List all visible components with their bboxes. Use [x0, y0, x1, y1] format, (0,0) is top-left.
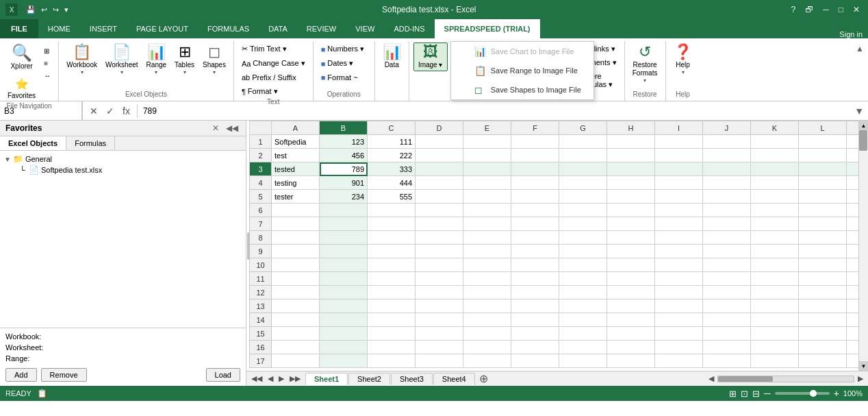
cell-K17[interactable] [751, 354, 799, 368]
nav-small-btn3[interactable]: ↔ [40, 70, 54, 82]
cell-J11[interactable] [703, 272, 751, 286]
h-scrollbar-track[interactable] [717, 376, 854, 382]
formula-input[interactable] [138, 106, 850, 116]
cell-B5[interactable]: 234 [320, 190, 368, 204]
cell-I17[interactable] [655, 354, 703, 368]
cell-B17[interactable] [320, 354, 368, 368]
cell-G14[interactable] [559, 313, 607, 327]
col-header-k[interactable]: K [751, 121, 799, 135]
sheet-tab-sheet2[interactable]: Sheet2 [348, 373, 390, 384]
cancel-formula-btn[interactable]: ✕ [87, 104, 101, 118]
tab-review[interactable]: REVIEW [297, 19, 346, 38]
format-ops-button[interactable]: ■ Format ~ [318, 71, 361, 84]
cell-F3[interactable] [511, 162, 559, 176]
workbook-button[interactable]: 📋 Workbook ▾ [63, 42, 101, 77]
cell-B8[interactable] [320, 231, 368, 245]
collapse-ribbon-btn[interactable]: ▲ [852, 41, 868, 56]
cell-K5[interactable] [751, 190, 799, 204]
cell-B7[interactable] [320, 217, 368, 231]
cell-G1[interactable] [559, 135, 607, 149]
cell-C4[interactable]: 444 [368, 176, 416, 190]
cell-G6[interactable] [559, 204, 607, 217]
cell-A5[interactable]: tester [272, 190, 320, 204]
cell-D15[interactable] [416, 327, 463, 341]
cell-E1[interactable] [463, 135, 511, 149]
cell-G2[interactable] [559, 149, 607, 162]
cell-D4[interactable] [416, 176, 463, 190]
cell-H5[interactable] [607, 190, 655, 204]
cell-L16[interactable] [799, 341, 847, 354]
cell-E13[interactable] [463, 299, 511, 313]
cell-C16[interactable] [368, 341, 416, 354]
cell-J3[interactable] [703, 162, 751, 176]
cell-I5[interactable] [655, 190, 703, 204]
col-header-h[interactable]: H [607, 121, 655, 135]
cell-G13[interactable] [559, 299, 607, 313]
cell-A11[interactable] [272, 272, 320, 286]
cell-A9[interactable] [272, 245, 320, 258]
cell-I9[interactable] [655, 245, 703, 258]
shapes-button[interactable]: ◻ Shapes ▾ [199, 42, 229, 77]
cell-C3[interactable]: 333 [368, 162, 416, 176]
cell-C5[interactable]: 555 [368, 190, 416, 204]
cell-J6[interactable] [703, 204, 751, 217]
cell-J10[interactable] [703, 258, 751, 272]
cell-F4[interactable] [511, 176, 559, 190]
cell-J2[interactable] [703, 149, 751, 162]
zoom-minus-btn[interactable]: ─ [764, 388, 771, 399]
maximize-btn[interactable]: □ [836, 5, 846, 14]
image-button[interactable]: 🖼 Image ▾ [413, 42, 448, 71]
row-header-7[interactable]: 7 [250, 217, 272, 231]
cell-I15[interactable] [655, 327, 703, 341]
cell-L4[interactable] [799, 176, 847, 190]
cell-J12[interactable] [703, 286, 751, 299]
cell-I12[interactable] [655, 286, 703, 299]
cell-C10[interactable] [368, 258, 416, 272]
cell-A2[interactable]: test [272, 149, 320, 162]
cell-H13[interactable] [607, 299, 655, 313]
cell-C11[interactable] [368, 272, 416, 286]
cell-J8[interactable] [703, 231, 751, 245]
cell-L2[interactable] [799, 149, 847, 162]
cell-A6[interactable] [272, 204, 320, 217]
cell-D16[interactable] [416, 341, 463, 354]
cell-F15[interactable] [511, 327, 559, 341]
sheet-tab-sheet3[interactable]: Sheet3 [391, 373, 433, 384]
tab-view[interactable]: VIEW [346, 19, 384, 38]
cell-F10[interactable] [511, 258, 559, 272]
tree-item-general[interactable]: ▼ 📁 General [3, 154, 243, 164]
cell-E12[interactable] [463, 286, 511, 299]
cell-E2[interactable] [463, 149, 511, 162]
cell-B6[interactable] [320, 204, 368, 217]
cell-F13[interactable] [511, 299, 559, 313]
minimize-btn[interactable]: ─ [820, 5, 832, 14]
cell-L11[interactable] [799, 272, 847, 286]
confirm-formula-btn[interactable]: ✓ [103, 104, 117, 118]
sheet-nav-next[interactable]: ▶ [277, 374, 286, 383]
cell-I16[interactable] [655, 341, 703, 354]
col-header-d[interactable]: D [416, 121, 463, 135]
cell-C7[interactable] [368, 217, 416, 231]
cell-H11[interactable] [607, 272, 655, 286]
sidebar-resize-handle[interactable] [246, 121, 251, 371]
cell-E16[interactable] [463, 341, 511, 354]
page-break-view-btn[interactable]: ⊟ [752, 389, 760, 399]
cell-B11[interactable] [320, 272, 368, 286]
cell-D1[interactable] [416, 135, 463, 149]
cell-J4[interactable] [703, 176, 751, 190]
cell-B1[interactable]: 123 [320, 135, 368, 149]
row-header-12[interactable]: 12 [250, 286, 272, 299]
cell-A13[interactable] [272, 299, 320, 313]
cell-C9[interactable] [368, 245, 416, 258]
sidebar-tab-formulas[interactable]: Formulas [66, 136, 115, 150]
cell-C14[interactable] [368, 313, 416, 327]
cell-H15[interactable] [607, 327, 655, 341]
cell-K2[interactable] [751, 149, 799, 162]
cell-C1[interactable]: 111 [368, 135, 416, 149]
cell-F14[interactable] [511, 313, 559, 327]
range-button[interactable]: 📊 Range ▾ [143, 42, 170, 77]
cell-A12[interactable] [272, 286, 320, 299]
undo-quick-btn[interactable]: ↩ [40, 5, 49, 14]
cell-L13[interactable] [799, 299, 847, 313]
cell-K9[interactable] [751, 245, 799, 258]
